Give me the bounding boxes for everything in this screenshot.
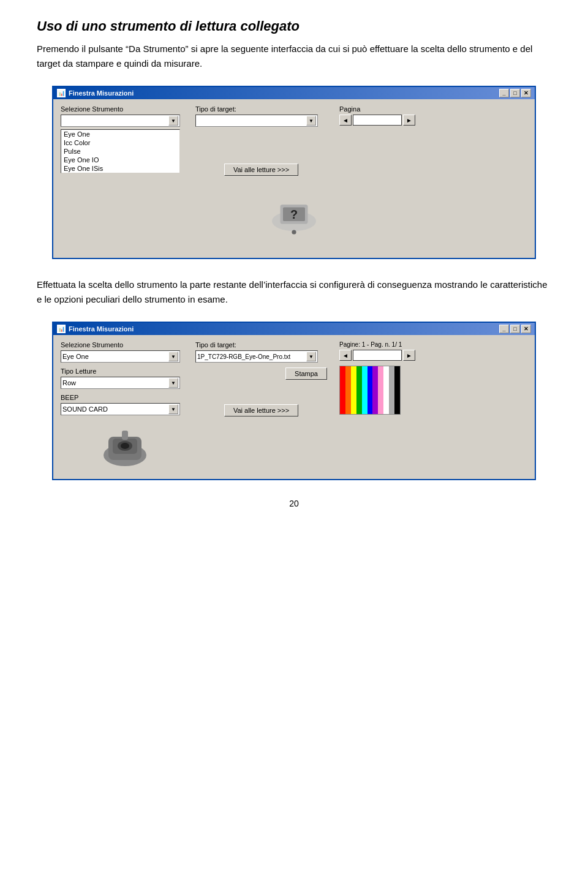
svg-point-4 [292,230,296,234]
dialog2-pagina-nav: ◄ ► [339,350,527,361]
dialog2-selezione-label: Selezione Strumento [61,341,189,349]
dialog2-beep-value: SOUND CARD [62,405,108,413]
dialog1-close-btn[interactable]: ✕ [521,89,531,97]
strip-orange [345,366,351,414]
dialog1-controls: _ □ ✕ [499,89,531,97]
dialog1-icon: 📊 [57,89,66,97]
dialog2-left-panel: Selezione Strumento Eye One ▼ Tipo Lettu… [61,341,189,472]
strip-purple [372,366,378,414]
dialog1-body: Selezione Strumento ▼ Eye One Icc Color … [53,99,535,258]
dialog2-pagine-label: Pagine: 1 - Pag. n. 1/ 1 [339,341,527,348]
list-item-eye-one-isis[interactable]: Eye One ISis [61,164,179,173]
dialog1-instrument-list[interactable]: Eye One Icc Color Pulse Eye One IO Eye O… [61,129,180,173]
dialog2-vai-area: Vai alle letture >>> [195,404,327,417]
dialog1-tipo-label: Tipo di target: [195,105,327,113]
dialog1-pagina-input[interactable] [353,115,402,126]
dialog2-minimize-btn[interactable]: _ [499,325,509,333]
dialog2-lettura-value: Row [62,379,76,386]
dialog1: 📊 Finestra Misurazioni _ □ ✕ Selezione S… [52,86,536,259]
dialog1-minimize-btn[interactable]: _ [499,89,509,97]
dialog2-titlebar-left: 📊 Finestra Misurazioni [57,325,134,333]
dialog1-next-btn[interactable]: ► [403,115,415,126]
list-item-eye-one[interactable]: Eye One [61,130,179,138]
dialog1-right-panel: Pagina ◄ ► [339,105,527,176]
list-item-icc-color[interactable]: Icc Color [61,138,179,147]
dialog1-prev-btn[interactable]: ◄ [339,115,352,126]
strip-green [356,366,362,414]
dialog2-tipo-target-label: Tipo di target: [195,341,327,349]
dialog1-wrapper: 📊 Finestra Misurazioni _ □ ✕ Selezione S… [52,86,536,259]
dialog1-selezione-label: Selezione Strumento [61,105,189,113]
dialog2-instrument-dropdown[interactable]: Eye One ▼ [61,350,180,363]
dialog2: 📊 Finestra Misurazioni _ □ ✕ Selezione S… [52,322,536,480]
dialog2-vai-btn[interactable]: Vai alle letture >>> [224,404,298,417]
dialog2-title: Finestra Misurazioni [69,325,134,333]
dialog1-pagina-nav: ◄ ► [339,115,527,126]
dialog1-middle-panel: Tipo di target: ▼ Vai alle letture >>> [195,105,327,176]
dialog2-device-area [61,421,189,472]
strip-white [383,366,389,414]
dialog1-maximize-btn[interactable]: □ [510,89,520,97]
strip-black [394,366,400,414]
page-number: 20 [37,499,551,508]
list-item-pulse[interactable]: Pulse [61,147,179,156]
dialog2-pagina-input[interactable] [353,350,402,361]
dialog2-body: Selezione Strumento Eye One ▼ Tipo Lettu… [53,335,535,479]
page-heading: Uso di uno strumento di lettura collegat… [37,18,551,34]
dialog2-target-arrow[interactable]: ▼ [306,352,316,361]
svg-rect-10 [122,431,128,440]
list-item-eye-one-io[interactable]: Eye One IO [61,156,179,164]
dialog2-tipo-letture-label: Tipo Letture [61,368,189,375]
color-preview [339,366,401,415]
dialog1-pagina-label: Pagina [339,105,527,113]
strip-red [340,366,345,414]
dialog1-title: Finestra Misurazioni [69,89,134,97]
dialog2-right-panel: Pagine: 1 - Pag. n. 1/ 1 ◄ ► [339,341,527,472]
dialog1-titlebar: 📊 Finestra Misurazioni _ □ ✕ [53,87,535,99]
dialog1-vai-btn[interactable]: Vai alle letture >>> [224,164,298,176]
svg-text:?: ? [290,208,298,221]
dialog2-maximize-btn[interactable]: □ [510,325,520,333]
dialog2-beep-label: BEEP [61,394,189,401]
dialog1-dropdown-arrow[interactable]: ▼ [168,116,178,126]
question-icon: ? [266,188,322,243]
dialog1-left-panel: Selezione Strumento ▼ Eye One Icc Color … [61,105,189,176]
strip-pink [378,366,383,414]
dialog1-vai-btn-area: Vai alle letture >>> [195,164,327,176]
dialog2-beep-arrow[interactable]: ▼ [168,404,178,414]
dialog2-next-btn[interactable]: ► [403,350,415,361]
dialog2-beep-dropdown[interactable]: SOUND CARD ▼ [61,403,180,415]
dialog2-target-value: 1P_TC729-RGB_Eye-One_Pro.txt [197,353,290,360]
svg-point-9 [121,443,129,449]
intro-text: Premendo il pulsante “Da Strumento” si a… [37,42,551,71]
dialog2-close-btn[interactable]: ✕ [521,325,531,333]
dialog2-controls: _ □ ✕ [499,325,531,333]
second-text: Effettuata la scelta dello strumento la … [37,277,551,307]
color-strips-container [340,366,400,414]
strip-yellow [351,366,356,414]
strip-gray [389,366,394,414]
dialog2-instrument-arrow[interactable]: ▼ [168,352,178,361]
dialog2-middle-panel: Tipo di target: 1P_TC729-RGB_Eye-One_Pro… [195,341,327,472]
dialog1-instrument-dropdown[interactable]: ▼ [61,115,180,127]
dialog1-question-area: ? [61,182,527,251]
dialog2-wrapper: 📊 Finestra Misurazioni _ □ ✕ Selezione S… [52,322,536,480]
dialog2-titlebar: 📊 Finestra Misurazioni _ □ ✕ [53,323,535,335]
dialog2-lettura-arrow[interactable]: ▼ [168,378,178,388]
dialog1-target-dropdown[interactable]: ▼ [195,115,318,127]
device-image [97,421,153,470]
strip-blue [368,366,373,414]
dialog2-target-dropdown[interactable]: 1P_TC729-RGB_Eye-One_Pro.txt ▼ [195,350,318,363]
dialog2-stampa-btn[interactable]: Stampa [285,368,327,380]
dialog1-titlebar-left: 📊 Finestra Misurazioni [57,89,134,97]
dialog1-target-arrow[interactable]: ▼ [306,116,316,126]
dialog2-icon: 📊 [57,325,66,333]
dialog2-stampa-area: Stampa [195,368,327,380]
dialog2-instrument-value: Eye One [62,353,89,360]
dialog2-prev-btn[interactable]: ◄ [339,350,352,361]
strip-cyan [362,366,368,414]
dialog2-lettura-dropdown[interactable]: Row ▼ [61,377,180,389]
